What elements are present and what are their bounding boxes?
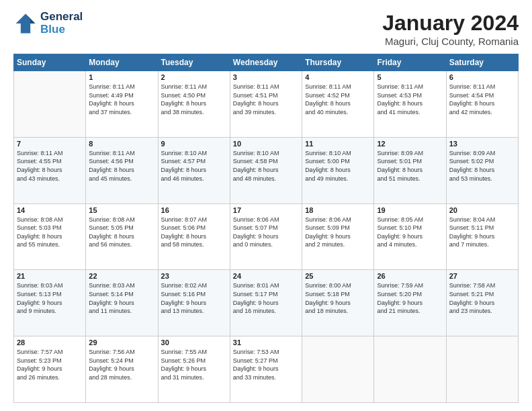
table-row: 5Sunrise: 8:11 AM Sunset: 4:53 PM Daylig… [374,71,446,138]
table-row: 8Sunrise: 8:11 AM Sunset: 4:56 PM Daylig… [86,137,158,203]
day-number: 26 [377,272,443,280]
table-row [446,336,518,403]
day-number: 13 [449,140,515,148]
calendar-header-row: Sunday Monday Tuesday Wednesday Thursday… [14,54,519,71]
col-thursday: Thursday [302,54,374,71]
logo-text-general: General [40,11,83,24]
table-row: 16Sunrise: 8:07 AM Sunset: 5:06 PM Dayli… [158,203,230,270]
table-row: 7Sunrise: 8:11 AM Sunset: 4:55 PM Daylig… [14,137,86,203]
day-number: 8 [89,140,154,148]
day-number: 23 [161,272,227,280]
calendar-week-row: 21Sunrise: 8:03 AM Sunset: 5:13 PM Dayli… [14,270,519,336]
day-info: Sunrise: 7:59 AM Sunset: 5:20 PM Dayligh… [377,281,443,315]
col-sunday: Sunday [14,54,86,71]
calendar-week-row: 7Sunrise: 8:11 AM Sunset: 4:55 PM Daylig… [14,137,519,203]
day-info: Sunrise: 8:11 AM Sunset: 4:53 PM Dayligh… [377,83,443,116]
table-row: 25Sunrise: 8:00 AM Sunset: 5:18 PM Dayli… [302,270,374,336]
day-info: Sunrise: 8:11 AM Sunset: 4:51 PM Dayligh… [233,83,299,116]
day-number: 28 [17,338,83,347]
day-info: Sunrise: 8:02 AM Sunset: 5:16 PM Dayligh… [161,281,227,315]
day-number: 12 [377,140,443,148]
day-number: 27 [449,272,515,280]
day-number: 5 [377,73,443,81]
day-info: Sunrise: 7:57 AM Sunset: 5:23 PM Dayligh… [17,348,83,381]
table-row: 9Sunrise: 8:10 AM Sunset: 4:57 PM Daylig… [158,137,230,203]
day-number: 21 [17,272,83,280]
day-info: Sunrise: 8:11 AM Sunset: 4:54 PM Dayligh… [449,83,515,116]
day-number: 19 [377,206,443,214]
day-info: Sunrise: 8:11 AM Sunset: 4:50 PM Dayligh… [161,83,227,116]
table-row: 26Sunrise: 7:59 AM Sunset: 5:20 PM Dayli… [374,270,446,336]
col-saturday: Saturday [446,54,518,71]
table-row [302,336,374,403]
day-info: Sunrise: 8:03 AM Sunset: 5:14 PM Dayligh… [89,281,154,315]
calendar-week-row: 14Sunrise: 8:08 AM Sunset: 5:03 PM Dayli… [14,203,519,270]
table-row: 18Sunrise: 8:06 AM Sunset: 5:09 PM Dayli… [302,203,374,270]
day-number: 6 [449,73,515,81]
page-subtitle: Maguri, Cluj County, Romania [382,36,519,47]
day-info: Sunrise: 8:11 AM Sunset: 4:49 PM Dayligh… [89,83,154,116]
day-info: Sunrise: 8:05 AM Sunset: 5:10 PM Dayligh… [377,216,443,249]
day-number: 1 [89,73,154,81]
day-info: Sunrise: 8:11 AM Sunset: 4:55 PM Dayligh… [17,149,83,183]
day-info: Sunrise: 8:07 AM Sunset: 5:06 PM Dayligh… [161,216,227,249]
table-row: 23Sunrise: 8:02 AM Sunset: 5:16 PM Dayli… [158,270,230,336]
day-number: 30 [161,338,227,347]
table-row [14,71,86,138]
day-info: Sunrise: 8:10 AM Sunset: 5:00 PM Dayligh… [305,149,371,183]
table-row: 2Sunrise: 8:11 AM Sunset: 4:50 PM Daylig… [158,71,230,138]
table-row: 11Sunrise: 8:10 AM Sunset: 5:00 PM Dayli… [302,137,374,203]
day-info: Sunrise: 8:01 AM Sunset: 5:17 PM Dayligh… [233,281,299,315]
day-number: 14 [17,206,83,214]
day-info: Sunrise: 8:11 AM Sunset: 4:56 PM Dayligh… [89,149,154,183]
table-row: 10Sunrise: 8:10 AM Sunset: 4:58 PM Dayli… [230,137,302,203]
day-info: Sunrise: 7:53 AM Sunset: 5:27 PM Dayligh… [233,348,299,381]
day-info: Sunrise: 8:08 AM Sunset: 5:05 PM Dayligh… [89,216,154,249]
table-row: 31Sunrise: 7:53 AM Sunset: 5:27 PM Dayli… [230,336,302,403]
day-number: 10 [233,140,299,148]
table-row: 13Sunrise: 8:09 AM Sunset: 5:02 PM Dayli… [446,137,518,203]
table-row: 24Sunrise: 8:01 AM Sunset: 5:17 PM Dayli… [230,270,302,336]
day-number: 29 [89,338,154,347]
table-row: 15Sunrise: 8:08 AM Sunset: 5:05 PM Dayli… [86,203,158,270]
table-row: 12Sunrise: 8:09 AM Sunset: 5:01 PM Dayli… [374,137,446,203]
logo-text-blue: Blue [40,24,83,36]
calendar-week-row: 1Sunrise: 8:11 AM Sunset: 4:49 PM Daylig… [14,71,519,138]
table-row: 27Sunrise: 7:58 AM Sunset: 5:21 PM Dayli… [446,270,518,336]
title-block: January 2024 Maguri, Cluj County, Romani… [382,11,519,47]
table-row: 4Sunrise: 8:11 AM Sunset: 4:52 PM Daylig… [302,71,374,138]
page: General Blue January 2024 Maguri, Cluj C… [0,0,532,411]
day-number: 15 [89,206,154,214]
day-number: 7 [17,140,83,148]
day-number: 31 [233,338,299,347]
table-row: 6Sunrise: 8:11 AM Sunset: 4:54 PM Daylig… [446,71,518,138]
table-row: 28Sunrise: 7:57 AM Sunset: 5:23 PM Dayli… [14,336,86,403]
day-info: Sunrise: 8:08 AM Sunset: 5:03 PM Dayligh… [17,216,83,249]
day-info: Sunrise: 8:09 AM Sunset: 5:01 PM Dayligh… [377,149,443,183]
table-row: 19Sunrise: 8:05 AM Sunset: 5:10 PM Dayli… [374,203,446,270]
table-row: 29Sunrise: 7:56 AM Sunset: 5:24 PM Dayli… [86,336,158,403]
table-row [374,336,446,403]
logo-icon [13,11,38,36]
day-info: Sunrise: 8:06 AM Sunset: 5:07 PM Dayligh… [233,216,299,249]
day-info: Sunrise: 7:56 AM Sunset: 5:24 PM Dayligh… [89,348,154,381]
day-number: 18 [305,206,371,214]
calendar-table: Sunday Monday Tuesday Wednesday Thursday… [13,54,519,403]
calendar-week-row: 28Sunrise: 7:57 AM Sunset: 5:23 PM Dayli… [14,336,519,403]
table-row: 14Sunrise: 8:08 AM Sunset: 5:03 PM Dayli… [14,203,86,270]
table-row: 17Sunrise: 8:06 AM Sunset: 5:07 PM Dayli… [230,203,302,270]
day-info: Sunrise: 8:09 AM Sunset: 5:02 PM Dayligh… [449,149,515,183]
day-info: Sunrise: 8:06 AM Sunset: 5:09 PM Dayligh… [305,216,371,249]
day-number: 11 [305,140,371,148]
table-row: 30Sunrise: 7:55 AM Sunset: 5:26 PM Dayli… [158,336,230,403]
day-number: 16 [161,206,227,214]
day-info: Sunrise: 7:58 AM Sunset: 5:21 PM Dayligh… [449,281,515,315]
day-info: Sunrise: 8:03 AM Sunset: 5:13 PM Dayligh… [17,281,83,315]
table-row: 3Sunrise: 8:11 AM Sunset: 4:51 PM Daylig… [230,71,302,138]
day-number: 3 [233,73,299,81]
table-row: 21Sunrise: 8:03 AM Sunset: 5:13 PM Dayli… [14,270,86,336]
day-number: 2 [161,73,227,81]
day-info: Sunrise: 8:11 AM Sunset: 4:52 PM Dayligh… [305,83,371,116]
col-tuesday: Tuesday [158,54,230,71]
day-number: 9 [161,140,227,148]
